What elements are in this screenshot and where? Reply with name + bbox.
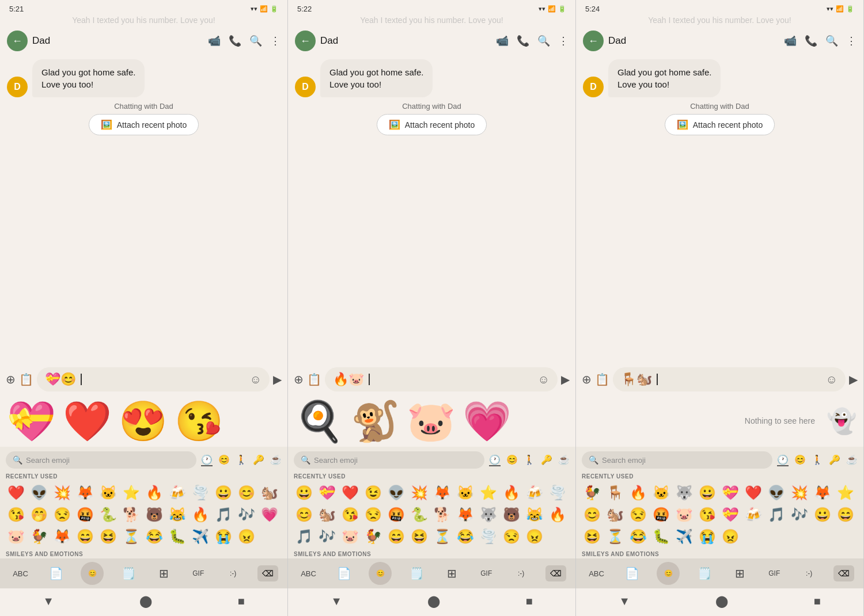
- emoji-cell[interactable]: 🐿️: [604, 504, 627, 526]
- emoji-cell[interactable]: 🍻: [166, 482, 189, 504]
- emoji-cell[interactable]: 💥: [51, 482, 74, 504]
- emoji-cell[interactable]: 🍻: [742, 504, 765, 526]
- back-button-1[interactable]: ←: [7, 31, 28, 51]
- emoji-cell[interactable]: 🐕: [120, 504, 143, 526]
- emoji-btn-1[interactable]: ☺: [250, 373, 262, 386]
- recents-nav-2[interactable]: ■: [526, 595, 533, 608]
- send-btn-3[interactable]: ▶: [849, 372, 858, 386]
- emoji-cell[interactable]: 🌪️: [189, 482, 212, 504]
- emoji-cell[interactable]: 🐱: [97, 482, 120, 504]
- gif-btn-3[interactable]: GIF: [764, 567, 785, 580]
- emoji-cell[interactable]: ❤️: [742, 482, 765, 504]
- emoji-cell[interactable]: 😀: [811, 504, 834, 526]
- emoji-cell[interactable]: 😄: [74, 526, 97, 547]
- recents-nav-3[interactable]: ■: [814, 595, 821, 608]
- emoji-cell[interactable]: 😠: [719, 526, 742, 547]
- emoji-cell[interactable]: 🐱: [454, 482, 477, 504]
- gif-btn-2[interactable]: GIF: [476, 567, 497, 580]
- emoji-cell[interactable]: 😀: [212, 482, 235, 504]
- emoji-cell[interactable]: 😀: [293, 482, 316, 504]
- face-btn-2[interactable]: :-): [511, 567, 532, 580]
- people-tab-2[interactable]: 🚶: [524, 454, 535, 466]
- emoji-cell[interactable]: 💝: [316, 482, 339, 504]
- emoji-cell[interactable]: ✈️: [673, 526, 696, 547]
- add-icon-3[interactable]: ⊕: [582, 372, 592, 386]
- emoji-cell[interactable]: 😊: [293, 504, 316, 526]
- emoji-cell[interactable]: ⏳: [604, 526, 627, 547]
- phone-icon-1[interactable]: 📞: [229, 35, 241, 47]
- back-nav-1[interactable]: ▼: [43, 595, 54, 608]
- emoji-cell[interactable]: ❤️: [5, 482, 28, 504]
- abc-btn-1[interactable]: ABC: [9, 567, 32, 580]
- object-tab-1[interactable]: 🔑: [253, 454, 264, 466]
- emoji-cell[interactable]: ⏳: [120, 526, 143, 547]
- emoji-cell[interactable]: ⭐: [834, 482, 857, 504]
- emoji-cell[interactable]: 😹: [523, 504, 546, 526]
- sticker-icon-1[interactable]: 📋: [19, 372, 33, 386]
- emoji-cell[interactable]: 🐓: [362, 526, 385, 547]
- more-icon-2[interactable]: ⋮: [558, 35, 569, 47]
- recent-tab-1[interactable]: 🕐: [201, 454, 213, 466]
- emoji-cell[interactable]: 😆: [97, 526, 120, 547]
- emoji-cell[interactable]: 🐓: [581, 482, 604, 504]
- emoji-cell[interactable]: 😘: [5, 504, 28, 526]
- emoji-cell[interactable]: 🤬: [650, 504, 673, 526]
- memo-btn-1[interactable]: 🗒️: [118, 564, 139, 583]
- emoji-cell[interactable]: 🤬: [74, 504, 97, 526]
- memo-btn-2[interactable]: 🗒️: [406, 564, 427, 583]
- emoji-cell[interactable]: 🎵: [293, 526, 316, 547]
- video-icon-1[interactable]: 📹: [208, 35, 221, 47]
- emoji-cell[interactable]: 🌪️: [546, 482, 569, 504]
- smiley-tab-3[interactable]: 😊: [794, 454, 806, 466]
- emoji-cell[interactable]: 🐱: [650, 482, 673, 504]
- recent-tab-3[interactable]: 🕐: [777, 454, 789, 466]
- emoji-cell[interactable]: 😒: [627, 504, 650, 526]
- emoji-cell[interactable]: 🐷: [339, 526, 362, 547]
- emoji-cell[interactable]: 😄: [834, 504, 857, 526]
- emoji-cell[interactable]: 👽: [765, 482, 788, 504]
- search-box-3[interactable]: 🔍 Search emoji: [582, 451, 772, 469]
- emoji-cell[interactable]: 😆: [581, 526, 604, 547]
- layout-btn-1[interactable]: ⊞: [153, 564, 174, 583]
- phone-icon-2[interactable]: 📞: [517, 35, 529, 47]
- emoji-cell[interactable]: 👽: [28, 482, 51, 504]
- emoji-cell[interactable]: 🐛: [650, 526, 673, 547]
- emoji-cell[interactable]: 😘: [339, 504, 362, 526]
- emoji-cell[interactable]: 🐿️: [258, 482, 281, 504]
- emoji-cell[interactable]: 🦊: [51, 526, 74, 547]
- emoji-cell[interactable]: 🐓: [28, 526, 51, 547]
- abc-btn-2[interactable]: ABC: [297, 567, 320, 580]
- sticker-icon-2[interactable]: 📋: [307, 372, 321, 386]
- smiley-tab-1[interactable]: 😊: [218, 454, 230, 466]
- face-btn-3[interactable]: :-): [799, 567, 820, 580]
- text-input-2[interactable]: 🔥🐷 ☺: [325, 367, 558, 391]
- emoji-cell[interactable]: 🐻: [143, 504, 166, 526]
- emoji-cell[interactable]: 💥: [408, 482, 431, 504]
- emoji-cell[interactable]: 🦊: [431, 482, 454, 504]
- emoji-cell[interactable]: 🔥: [627, 482, 650, 504]
- video-icon-3[interactable]: 📹: [784, 35, 797, 47]
- emoji-cell[interactable]: 😊: [581, 504, 604, 526]
- home-nav-2[interactable]: ⬤: [427, 594, 440, 608]
- emoji-cell[interactable]: 🐻: [500, 504, 523, 526]
- emoji-cell[interactable]: 🐛: [166, 526, 189, 547]
- face-btn-1[interactable]: :-): [223, 567, 244, 580]
- emoji-cell[interactable]: 😆: [408, 526, 431, 547]
- emoji-cell[interactable]: 😂: [627, 526, 650, 547]
- emoji-cell[interactable]: 🤭: [28, 504, 51, 526]
- emoji-cell[interactable]: 🎵: [765, 504, 788, 526]
- text-input-1[interactable]: 💝😊 ☺: [37, 367, 270, 391]
- emoji-cell[interactable]: 👽: [385, 482, 408, 504]
- emoji-cell[interactable]: 😭: [696, 526, 719, 547]
- people-tab-1[interactable]: 🚶: [236, 454, 247, 466]
- emoji-btn-2[interactable]: ☺: [538, 373, 550, 386]
- home-nav-1[interactable]: ⬤: [139, 594, 152, 608]
- add-icon-1[interactable]: ⊕: [6, 372, 16, 386]
- emoji-cell[interactable]: 😊: [235, 482, 258, 504]
- emoji-cell[interactable]: ❤️: [339, 482, 362, 504]
- emoji-active-btn-1[interactable]: 😊: [81, 562, 104, 585]
- emoji-cell[interactable]: 🐷: [5, 526, 28, 547]
- delete-btn-2[interactable]: ⌫: [545, 565, 566, 581]
- emoji-cell[interactable]: 🦊: [811, 482, 834, 504]
- back-nav-3[interactable]: ▼: [619, 595, 630, 608]
